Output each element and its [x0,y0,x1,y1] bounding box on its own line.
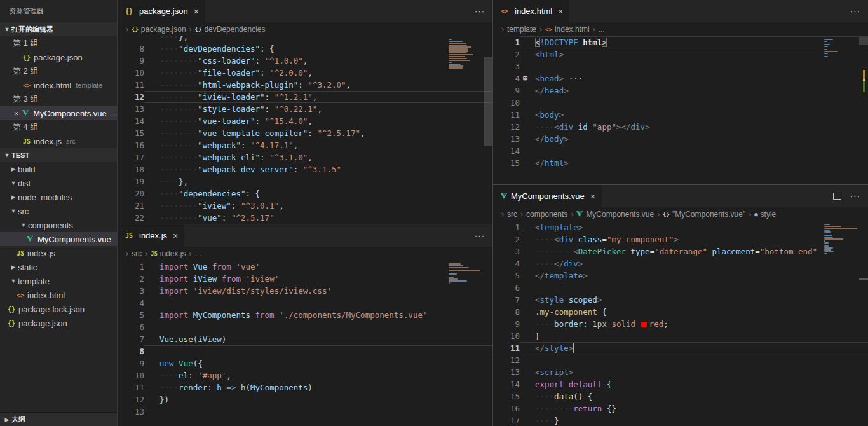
code-line[interactable]: 9</head> [493,85,868,97]
code-area[interactable]: 1<!DOCTYPE html>2<html>34⊞<head> ···9</h… [493,36,868,184]
crumb-components[interactable]: components [526,210,567,219]
code-line[interactable]: 14········"vue-loader": "^15.4.0", [118,115,492,127]
code-line[interactable]: 6 [118,321,492,333]
tree-item-static[interactable]: ▶static [0,260,117,274]
code-area[interactable]: 1<template>2····<div class="my-component… [493,221,868,426]
minimap[interactable] [822,38,859,63]
tab-mycomponents.vue[interactable]: MyComponents.vue× [493,185,602,207]
code-line[interactable]: 8.my-component { [493,306,868,318]
crumb-package.json[interactable]: {}package.json [132,25,186,34]
code-line[interactable]: 8 [118,345,492,357]
code-line[interactable]: 1<template> [493,221,868,233]
code-line[interactable]: 18········"webpack-dev-server": "^3.1.5" [118,163,492,175]
tree-item-package-lock.json[interactable]: {}package-lock.json [0,302,117,316]
code-line[interactable]: 9····border: 1px solid red; [493,318,868,330]
tree-item-mycomponents.vue[interactable]: MyComponents.vue [0,232,117,246]
crumb-template[interactable]: template [507,25,536,34]
code-line[interactable]: 21········"iview": "^3.0.1", [118,200,492,212]
code-line[interactable]: 19····}, [118,175,492,188]
tree-item-index.html[interactable]: <>index.html [0,288,117,302]
tree-item-template[interactable]: ▼template [0,274,117,288]
code-line[interactable]: 10····el: '#app', [118,369,492,381]
minimap[interactable] [447,262,484,291]
code-line[interactable]: 9········"css-loader": "^1.0.0", [118,55,492,67]
code-line[interactable]: 11<body> [493,109,868,121]
more-actions-icon[interactable]: ··· [475,231,485,240]
scrollbar-thumb[interactable] [859,37,868,45]
code-line[interactable]: 12}) [118,394,492,406]
tree-item-dist[interactable]: ▼dist [0,176,117,190]
tree-item-index.js[interactable]: JSindex.js [0,246,117,260]
open-editor-index.html[interactable]: <>index.htmltemplate [0,78,117,92]
code-line[interactable]: ····}, [118,36,492,43]
open-editor-mycomponents.vue[interactable]: ×MyComponents.vue... [0,106,117,120]
code-line[interactable]: 3········<DatePicker type="daterange" pl… [493,245,868,258]
code-line[interactable]: 7<style scoped> [493,294,868,306]
code-line[interactable]: 16········"webpack": "^4.17.1", [118,139,492,151]
code-line[interactable]: 5import MyComponents from './components/… [118,309,492,321]
code-line[interactable]: 4 [118,297,492,309]
code-line[interactable]: 12········"iview-loader": "^1.2.1", [118,91,492,103]
tree-item-package.json[interactable]: {}package.json [0,316,117,330]
close-icon[interactable]: × [194,6,199,17]
code-line[interactable]: 9new Vue({ [118,357,492,369]
code-line[interactable]: 2import iView from 'iview' [118,273,492,285]
more-actions-icon[interactable]: ··· [850,191,860,201]
tab-index.js[interactable]: JSindex.js× [118,224,184,247]
crumb-mycomponents.vue[interactable]: MyComponents.vue [576,210,654,219]
open-editor-index.js[interactable]: JSindex.jssrc [0,134,117,148]
close-icon[interactable]: × [590,191,595,202]
code-line[interactable]: 3import 'iview/dist/styles/iview.css' [118,285,492,297]
crumb-...[interactable]: ... [195,249,201,258]
scrollbar[interactable] [484,36,492,224]
code-line[interactable]: 1import Vue from 'vue' [118,261,492,273]
scrollbar[interactable] [484,261,492,426]
folder-header-test[interactable]: ▼ TEST [0,148,117,162]
tab-package.json[interactable]: {}package.json× [118,0,205,22]
tree-item-components[interactable]: ▼components [0,218,117,232]
code-line[interactable]: 13········"style-loader": "^0.22.1", [118,103,492,115]
outline-header[interactable]: ▶ 大纲 [0,412,117,426]
code-line[interactable]: 8····"devDependencies": { [118,43,492,55]
code-line[interactable]: 4····</div> [493,258,868,270]
minimap[interactable] [447,38,484,74]
crumb-devdependencies[interactable]: {}devDependencies [195,25,266,34]
code-area[interactable]: 1import Vue from 'vue'2import iView from… [118,261,492,426]
code-line[interactable]: 14 [493,145,868,157]
code-line[interactable]: 2<html> [493,48,868,60]
code-line[interactable]: 13<script> [493,366,868,378]
tree-item-node-modules[interactable]: ▶node_modules [0,190,117,204]
code-line[interactable]: 15········"vue-template-compiler": "^2.5… [118,127,492,139]
code-line[interactable]: 10 [493,97,868,109]
minimap[interactable] [822,223,859,260]
close-icon[interactable]: × [558,6,563,17]
close-icon[interactable]: × [173,231,178,241]
tab-index.html[interactable]: <>index.html× [493,0,569,22]
code-line[interactable]: 16········return {} [493,402,868,415]
code-line[interactable]: 5</template> [493,270,868,282]
crumb-src[interactable]: src [507,210,517,219]
code-line[interactable]: 1<!DOCTYPE html> [493,36,868,48]
open-editor-package.json[interactable]: {}package.json [0,50,117,64]
crumb-index.js[interactable]: JSindex.js [151,249,186,258]
crumb-...[interactable]: ... [599,25,605,34]
split-editor-icon[interactable] [833,193,841,200]
more-actions-icon[interactable]: ··· [850,6,860,16]
code-line[interactable]: 15</html> [493,157,868,169]
code-line[interactable]: 7Vue.use(iView) [118,333,492,345]
fold-expand-icon[interactable]: ⊞ [523,73,527,84]
crumb-mycomponents.vue[interactable]: {}"MyComponents.vue" [663,210,745,219]
more-actions-icon[interactable]: ··· [475,6,485,16]
code-line[interactable]: 13 [118,406,492,418]
code-line[interactable]: 12 [493,354,868,366]
code-line[interactable]: 15····data() { [493,390,868,402]
code-line[interactable]: 10} [493,330,868,342]
scrollbar[interactable] [859,36,868,184]
code-line[interactable]: 17········"webpack-cli": "^3.1.0", [118,151,492,163]
code-area[interactable]: ····},8····"devDependencies": {9········… [118,36,492,224]
code-line[interactable]: 22········"vue": "^2.5.17" [118,212,492,224]
scrollbar[interactable] [859,221,868,426]
close-icon[interactable]: × [10,109,22,118]
crumb-src[interactable]: src [132,249,142,258]
code-line[interactable]: 3 [493,60,868,72]
